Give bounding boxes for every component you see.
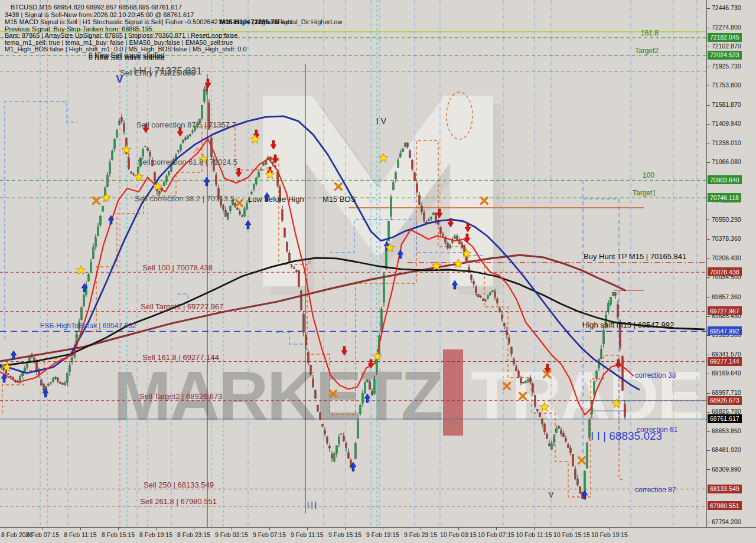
pink-arrow-icon: ↗	[192, 145, 200, 155]
time-axis-tick	[383, 528, 383, 530]
time-axis-label: 8 Feb 23:15	[175, 531, 213, 538]
time-axis-label: 8 Feb 15:15	[99, 531, 137, 538]
time-axis-tick	[80, 528, 81, 530]
pink-arrow-icon: ↗	[304, 259, 312, 269]
time-axis-label: 8 Feb 11:15	[61, 531, 99, 538]
sell-arrow-icon	[143, 124, 149, 133]
price-axis-label: 69857.360	[707, 293, 756, 300]
time-axis-label: 10 Feb 03:15	[439, 531, 477, 538]
time-axis-label: 10 Feb 07:15	[477, 531, 515, 538]
watermark-accent-bar	[443, 349, 463, 436]
price-badge-red: 69727.967	[708, 306, 742, 315]
buy-arrow-icon	[204, 177, 210, 186]
price-axis-label: 68309.990	[707, 466, 756, 473]
price-axis-label: 72446.730	[707, 4, 756, 11]
price-badge-red: 67980.551	[708, 501, 742, 510]
price-axis-label: 68653.850	[707, 427, 756, 434]
mt-chart-window: MARKETZ TRADE ↗↗ BTCUSD,M15 68954.820 68…	[0, 0, 756, 543]
price-axis-label: 71925.730	[707, 63, 756, 70]
sell-arrow-icon	[341, 346, 347, 355]
time-axis-tick	[156, 528, 157, 530]
star-icon	[198, 155, 208, 163]
price-axis-label: 68997.710	[707, 389, 756, 396]
time-axis-tick	[43, 528, 43, 530]
cross-icon	[579, 457, 585, 464]
time-axis-label: 9 Feb 07:15	[250, 531, 288, 538]
sell-arrow-icon	[177, 127, 183, 136]
sell-arrow-icon	[436, 209, 442, 218]
time-axis-tick	[458, 528, 459, 530]
time-axis-tick	[232, 528, 232, 530]
watermark-logo	[263, 96, 501, 295]
time-axis-label: 9 Feb 23:15	[402, 531, 439, 538]
price-badge-green: 70903.640	[708, 175, 742, 184]
time-axis-tick	[345, 528, 346, 530]
price-axis-label: 71238.010	[707, 139, 756, 146]
price-axis-label: 71581.870	[707, 101, 756, 108]
price-badge-red: 68926.673	[708, 396, 742, 405]
price-axis-label: 69169.640	[707, 369, 756, 377]
price-axis-label: 67794.200	[707, 518, 756, 525]
time-axis[interactable]: 8 Feb 20268 Feb 07:158 Feb 11:158 Feb 15…	[0, 527, 756, 543]
time-axis-label: 8 Feb 19:15	[137, 531, 175, 538]
price-axis-label: 70378.360	[707, 235, 756, 242]
sell-arrow-icon	[236, 168, 242, 177]
time-axis-label: 9 Feb 15:15	[326, 531, 364, 538]
price-badge-black: 68761.617	[708, 414, 742, 423]
time-axis-tick	[496, 528, 497, 530]
time-axis-label: 9 Feb 03:15	[213, 531, 250, 538]
star-icon	[134, 172, 144, 181]
watermark-text: MARKETZ TRADE	[113, 349, 702, 436]
star-icon	[76, 266, 86, 274]
price-badge-blue: 69547.992	[708, 326, 742, 335]
cross-icon	[236, 200, 243, 207]
time-axis-label: 10 Feb 11:15	[515, 531, 553, 538]
time-axis-tick	[610, 528, 610, 530]
sma-mid-black	[0, 258, 704, 366]
price-badge-green: 72182.045	[708, 33, 742, 42]
price-badge-red: 70078.438	[708, 267, 742, 276]
price-axis[interactable]: 72446.73072274.80072102.87071925.7307175…	[706, 0, 756, 527]
time-axis-tick	[421, 528, 421, 530]
price-badge-red: 68133.549	[708, 485, 742, 493]
price-axis-label: 72102.870	[707, 42, 756, 50]
cross-icon	[93, 198, 100, 204]
time-axis-tick	[572, 528, 572, 530]
buy-arrow-icon	[245, 220, 251, 229]
chart-area[interactable]: MARKETZ TRADE ↗↗ BTCUSD,M15 68954.820 68…	[0, 0, 706, 527]
time-axis-label: 8 Feb 07:15	[24, 531, 61, 538]
price-axis-label: 71409.940	[707, 120, 756, 127]
time-axis-label: 9 Feb 19:15	[364, 531, 402, 538]
price-axis-label: 71753.800	[707, 81, 756, 89]
price-axis-label: 70206.430	[707, 254, 756, 261]
watermark-text-left: MARKETZ	[113, 357, 442, 435]
price-axis-label: 72274.800	[707, 24, 756, 31]
chart-canvas[interactable]: MARKETZ TRADE ↗↗	[0, 0, 706, 527]
time-axis-label: 9 Feb 11:15	[288, 531, 326, 538]
price-badge-green: 70746.118	[708, 193, 741, 202]
price-badge-green: 72024.523	[708, 51, 742, 60]
price-axis-label: 70550.290	[707, 216, 756, 223]
time-axis-tick	[5, 528, 5, 530]
time-axis-label: 10 Feb 19:15	[591, 531, 628, 538]
price-badge-red: 69277.144	[708, 357, 742, 366]
time-axis-tick	[194, 528, 194, 530]
price-axis-label: 71066.080	[707, 158, 756, 165]
time-axis-tick	[307, 528, 308, 530]
time-axis-label: 10 Feb 15:15	[553, 531, 591, 538]
time-axis-tick	[118, 528, 119, 530]
star-icon	[379, 153, 388, 162]
price-axis-label: 68481.920	[707, 446, 756, 453]
time-axis-tick	[269, 528, 270, 530]
star-icon	[102, 193, 111, 202]
time-axis-tick	[534, 528, 535, 530]
watermark-text-right: TRADE	[471, 357, 702, 435]
